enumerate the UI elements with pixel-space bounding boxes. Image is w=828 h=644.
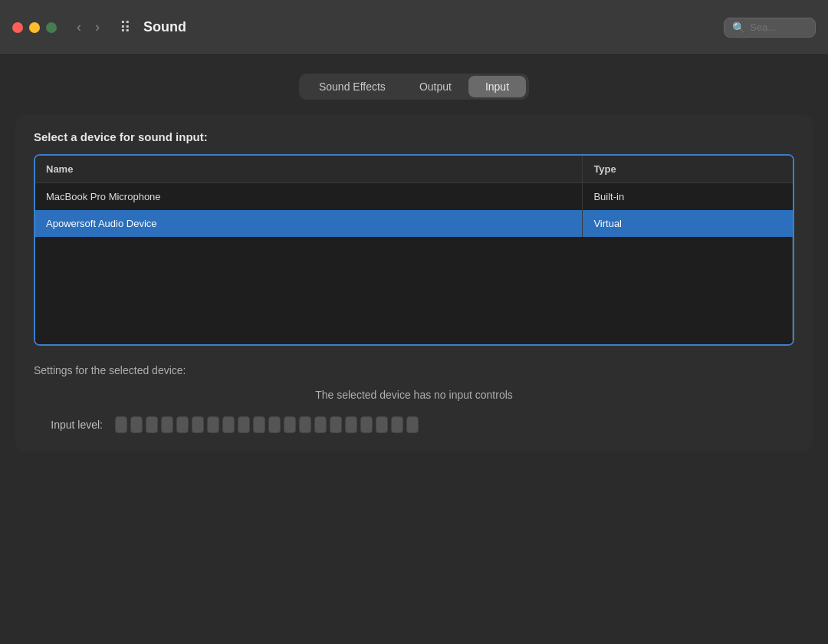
device-table: Name Type MacBook Pro Microphone Built-i… — [35, 156, 793, 344]
search-icon: 🔍 — [732, 21, 745, 34]
search-box[interactable]: 🔍 — [724, 18, 816, 38]
main-content: Sound Effects Output Input Select a devi… — [0, 55, 828, 467]
section-title: Select a device for sound input: — [34, 130, 794, 143]
level-bar — [391, 416, 403, 433]
table-row[interactable]: Apowersoft Audio Device Virtual — [35, 210, 793, 237]
maximize-button[interactable] — [46, 22, 57, 33]
page-title: Sound — [143, 19, 186, 35]
search-input[interactable] — [750, 21, 811, 33]
panel: Select a device for sound input: Name Ty… — [15, 115, 813, 452]
col-header-name: Name — [35, 156, 583, 183]
device-name: Apowersoft Audio Device — [35, 210, 583, 237]
level-bar — [176, 416, 189, 433]
tab-input[interactable]: Input — [468, 76, 526, 97]
level-bar — [222, 416, 235, 433]
input-level-label: Input level: — [34, 419, 103, 431]
tab-output[interactable]: Output — [402, 76, 468, 97]
level-bar — [299, 416, 311, 433]
no-controls-message: The selected device has no input control… — [34, 389, 794, 401]
level-bar — [268, 416, 281, 433]
level-bar — [314, 416, 327, 433]
level-bar — [146, 416, 158, 433]
nav-arrows: ‹ › — [72, 16, 104, 38]
table-header-row: Name Type — [35, 156, 793, 183]
level-bar — [284, 416, 296, 433]
level-bar — [238, 416, 250, 433]
grid-icon[interactable]: ⠿ — [120, 18, 131, 37]
level-bar — [406, 416, 419, 433]
table-empty-space — [35, 237, 793, 344]
level-bar — [161, 416, 173, 433]
back-button[interactable]: ‹ — [72, 16, 86, 38]
level-bar — [330, 416, 342, 433]
tab-sound-effects[interactable]: Sound Effects — [302, 76, 402, 97]
level-bar — [207, 416, 219, 433]
level-bar — [253, 416, 265, 433]
minimize-button[interactable] — [29, 22, 40, 33]
level-bars — [115, 416, 419, 433]
device-type: Built-in — [583, 183, 793, 211]
col-header-type: Type — [583, 156, 793, 183]
device-type: Virtual — [583, 210, 793, 237]
forward-button[interactable]: › — [90, 16, 104, 38]
traffic-lights — [12, 22, 57, 33]
titlebar: ‹ › ⠿ Sound 🔍 — [0, 0, 828, 55]
close-button[interactable] — [12, 22, 23, 33]
level-bar — [360, 416, 373, 433]
device-name: MacBook Pro Microphone — [35, 183, 583, 211]
tab-bar: Sound Effects Output Input — [299, 74, 529, 100]
level-bar — [130, 416, 143, 433]
settings-label: Settings for the selected device: — [34, 364, 794, 376]
level-bar — [192, 416, 204, 433]
level-bar — [376, 416, 388, 433]
input-level-row: Input level: — [34, 416, 794, 433]
level-bar — [115, 416, 127, 433]
table-row[interactable]: MacBook Pro Microphone Built-in — [35, 183, 793, 211]
device-table-wrapper: Name Type MacBook Pro Microphone Built-i… — [34, 154, 794, 346]
level-bar — [345, 416, 357, 433]
